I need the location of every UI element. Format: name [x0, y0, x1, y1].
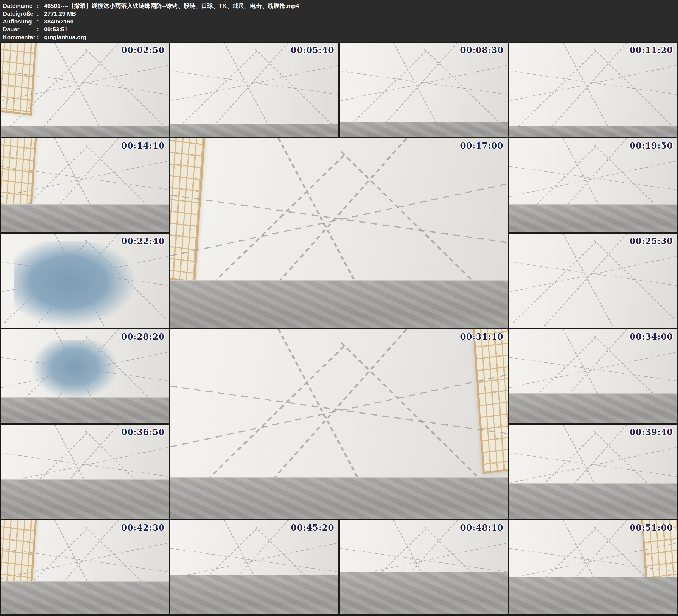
video-thumbnail[interactable]: 00:22:40 — [1, 234, 169, 328]
timestamp-badge: 00:42:30 — [121, 523, 164, 533]
timestamp-badge: 00:36:50 — [121, 427, 164, 437]
timestamp-badge: 00:48:10 — [460, 523, 503, 533]
video-thumbnail[interactable]: 00:39:40 — [509, 425, 677, 519]
video-thumbnail[interactable]: 00:11:20 — [509, 43, 677, 137]
video-thumbnail[interactable]: 00:14:10 — [1, 138, 169, 232]
metadata-label: Dateiname — [3, 2, 37, 10]
video-thumbnail[interactable]: 00:34:00 — [509, 329, 677, 423]
floor-graphic — [509, 393, 677, 423]
video-thumbnail[interactable]: 00:42:30 — [1, 520, 169, 614]
video-thumbnail[interactable]: 00:25:30 — [509, 234, 677, 328]
floor-graphic — [509, 483, 677, 519]
floor-graphic — [1, 126, 169, 137]
metadata-label: Dauer — [3, 26, 37, 33]
timestamp-badge: 00:45:20 — [291, 523, 334, 533]
metadata-row: Dateiname : 46501----【撒琅】绳模沐小雨落入铁链蛛网阵--镣… — [3, 2, 675, 10]
timestamp-badge: 00:51:00 — [630, 523, 673, 533]
metadata-value: 2771.29 MB — [44, 10, 675, 17]
timestamp-badge: 00:25:30 — [630, 236, 673, 246]
floor-graphic — [509, 577, 677, 614]
video-thumbnail[interactable]: 00:17:00 — [171, 138, 508, 328]
metadata-separator: : — [37, 17, 44, 26]
metadata-separator: : — [37, 2, 44, 10]
chain-web-graphic — [171, 43, 339, 137]
timestamp-badge: 00:28:20 — [121, 332, 164, 342]
video-thumbnail[interactable]: 00:08:30 — [340, 43, 508, 137]
floor-graphic — [509, 204, 677, 232]
metadata-row: Auflösung : 3840x2160 — [3, 17, 675, 26]
floor-graphic — [171, 575, 339, 614]
floor-graphic — [1, 204, 169, 232]
video-thumbnail[interactable]: 00:02:50 — [1, 43, 169, 137]
timestamp-badge: 00:14:10 — [121, 141, 164, 151]
timestamp-badge: 00:39:40 — [630, 427, 673, 437]
video-thumbnail[interactable]: 00:36:50 — [1, 425, 169, 519]
metadata-value: qinglanhua.org — [44, 33, 675, 41]
floor-graphic — [1, 479, 169, 519]
timestamp-badge: 00:19:50 — [630, 141, 673, 151]
chain-web-graphic — [509, 43, 677, 137]
thumbnail-grid: 00:02:5000:05:4000:08:3000:11:2000:14:10… — [0, 42, 678, 615]
video-thumbnail[interactable]: 00:45:20 — [171, 520, 339, 614]
metadata-separator: : — [37, 33, 44, 41]
metadata-label: Kommentar — [3, 33, 37, 41]
timestamp-badge: 00:08:30 — [460, 45, 503, 55]
file-metadata-header: Dateiname : 46501----【撒琅】绳模沐小雨落入铁链蛛网阵--镣… — [0, 0, 678, 42]
timestamp-badge: 00:31:10 — [460, 332, 503, 342]
floor-graphic — [171, 477, 508, 519]
chain-web-graphic — [509, 234, 677, 328]
timestamp-badge: 00:05:40 — [291, 45, 334, 55]
metadata-row: Kommentar : qinglanhua.org — [3, 33, 675, 41]
fabric-closeup-graphic — [14, 241, 135, 326]
metadata-value: 00:53:51 — [44, 26, 675, 33]
floor-graphic — [340, 572, 508, 614]
video-thumbnail[interactable]: 00:19:50 — [509, 138, 677, 232]
video-thumbnail[interactable]: 00:48:10 — [340, 520, 508, 614]
video-thumbnail[interactable]: 00:51:00 — [509, 520, 677, 614]
floor-graphic — [171, 280, 508, 328]
metadata-row: Dauer : 00:53:51 — [3, 26, 675, 33]
timestamp-badge: 00:17:00 — [460, 141, 503, 151]
floor-graphic — [1, 397, 169, 423]
metadata-value: 3840x2160 — [44, 17, 675, 26]
fabric-closeup-graphic — [31, 340, 118, 399]
chain-web-graphic — [1, 43, 169, 137]
metadata-label: Dateigröße — [3, 10, 37, 17]
timestamp-badge: 00:02:50 — [121, 45, 164, 55]
metadata-separator: : — [37, 26, 44, 33]
video-thumbnail[interactable]: 00:28:20 — [1, 329, 169, 423]
video-thumbnail[interactable]: 00:05:40 — [171, 43, 339, 137]
timestamp-badge: 00:11:20 — [630, 45, 673, 55]
floor-graphic — [171, 124, 339, 137]
floor-graphic — [1, 581, 169, 614]
floor-graphic — [340, 122, 508, 137]
timestamp-badge: 00:34:00 — [630, 332, 673, 342]
metadata-label: Auflösung — [3, 17, 37, 26]
metadata-row: Dateigröße : 2771.29 MB — [3, 10, 675, 17]
timestamp-badge: 00:22:40 — [121, 236, 164, 246]
metadata-separator: : — [37, 10, 44, 17]
video-thumbnail[interactable]: 00:31:10 — [171, 329, 508, 519]
floor-graphic — [509, 126, 677, 137]
metadata-value: 46501----【撒琅】绳模沐小雨落入铁链蛛网阵--镣铐、股链、口球、TK、戒… — [44, 2, 675, 10]
